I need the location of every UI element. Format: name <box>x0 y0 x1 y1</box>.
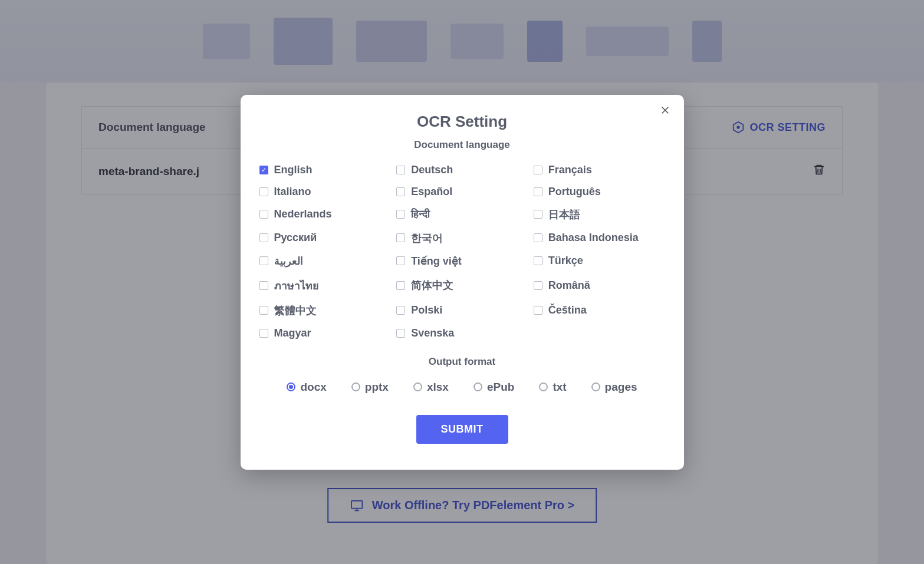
radio-icon <box>413 382 422 391</box>
output-format-option[interactable]: pages <box>591 381 637 394</box>
language-checkbox[interactable]: 繁體中文 <box>259 304 391 318</box>
language-label: Português <box>548 186 601 198</box>
language-label: Română <box>548 279 590 292</box>
checkbox-icon <box>534 210 542 219</box>
output-format-option[interactable]: xlsx <box>413 381 449 394</box>
checkbox-icon <box>259 233 268 242</box>
language-checkbox[interactable]: हिन्दी <box>396 207 528 222</box>
checkbox-icon <box>534 166 542 174</box>
language-label: Español <box>411 186 452 198</box>
format-label: ePub <box>487 381 514 394</box>
language-checkbox[interactable]: Polski <box>396 304 528 318</box>
language-label: ภาษาไทย <box>274 277 319 294</box>
language-grid: EnglishDeutschFrançaisItalianoEspañolPor… <box>257 164 667 339</box>
close-button[interactable] <box>659 104 671 116</box>
checkbox-icon <box>396 256 405 265</box>
output-section-title: Output format <box>257 356 667 368</box>
language-label: Deutsch <box>411 164 453 176</box>
checkbox-icon <box>396 210 405 219</box>
language-checkbox[interactable]: Nederlands <box>259 207 391 222</box>
modal-title: OCR Setting <box>257 113 667 131</box>
checkbox-icon <box>259 210 268 219</box>
language-section-title: Document language <box>257 139 667 151</box>
language-label: Italiano <box>274 186 311 198</box>
checkbox-icon <box>534 233 542 242</box>
radio-icon <box>591 382 600 391</box>
checkbox-icon <box>396 329 405 338</box>
output-format-option[interactable]: txt <box>539 381 566 394</box>
language-checkbox[interactable]: Magyar <box>259 327 391 339</box>
checkbox-icon <box>259 306 268 315</box>
checkbox-icon <box>259 166 268 174</box>
checkbox-icon <box>534 281 542 290</box>
language-checkbox[interactable]: Deutsch <box>396 164 528 176</box>
language-checkbox[interactable]: Română <box>534 277 665 294</box>
format-label: docx <box>300 381 326 394</box>
language-checkbox[interactable]: Tiếng việt <box>396 255 528 268</box>
format-label: xlsx <box>427 381 449 394</box>
format-label: pages <box>605 381 637 394</box>
language-label: Polski <box>411 304 442 316</box>
language-checkbox[interactable]: Français <box>534 164 665 176</box>
language-checkbox[interactable]: English <box>259 164 391 176</box>
output-format-option[interactable]: docx <box>287 381 326 394</box>
checkbox-icon <box>534 256 542 265</box>
radio-icon <box>473 382 482 391</box>
language-checkbox[interactable]: 日本語 <box>534 207 665 222</box>
language-checkbox[interactable]: Svenska <box>396 327 528 339</box>
checkbox-icon <box>259 256 268 265</box>
language-label: Bahasa Indonesia <box>548 232 639 244</box>
language-label: 简体中文 <box>411 278 453 292</box>
language-label: Čeština <box>548 304 587 316</box>
language-checkbox[interactable]: Türkçe <box>534 255 665 268</box>
language-checkbox[interactable]: ภาษาไทย <box>259 277 391 294</box>
language-label: 한국어 <box>411 231 443 245</box>
language-label: Nederlands <box>274 208 332 220</box>
radio-icon <box>351 382 360 391</box>
language-label: Русский <box>274 232 317 244</box>
language-label: हिन्दी <box>411 208 430 220</box>
close-icon <box>661 106 669 114</box>
language-label: Français <box>548 164 592 176</box>
checkbox-icon <box>534 187 542 196</box>
language-checkbox[interactable]: العربية <box>259 255 391 268</box>
language-checkbox[interactable]: Bahasa Indonesia <box>534 231 665 245</box>
language-checkbox[interactable]: Español <box>396 186 528 198</box>
language-checkbox[interactable]: 한국어 <box>396 231 528 245</box>
modal-overlay[interactable]: OCR Setting Document language EnglishDeu… <box>0 0 924 564</box>
language-label: Svenska <box>411 327 454 339</box>
checkbox-icon <box>396 281 405 290</box>
checkbox-icon <box>259 281 268 290</box>
checkbox-icon <box>259 187 268 196</box>
checkbox-icon <box>396 233 405 242</box>
checkbox-icon <box>396 166 405 174</box>
format-label: txt <box>553 381 566 394</box>
checkbox-icon <box>534 306 542 315</box>
radio-icon <box>539 382 548 391</box>
language-checkbox[interactable]: 简体中文 <box>396 277 528 294</box>
language-label: Magyar <box>274 327 311 339</box>
checkbox-icon <box>396 306 405 315</box>
format-label: pptx <box>365 381 389 394</box>
output-format-option[interactable]: ePub <box>473 381 514 394</box>
language-checkbox[interactable]: Italiano <box>259 186 391 198</box>
language-label: 繁體中文 <box>274 304 317 318</box>
ocr-setting-modal: OCR Setting Document language EnglishDeu… <box>241 95 684 470</box>
submit-button[interactable]: SUBMIT <box>416 415 508 444</box>
language-checkbox[interactable]: Português <box>534 186 665 198</box>
output-format-row: docxpptxxlsxePubtxtpages <box>257 381 667 394</box>
language-label: English <box>274 164 313 176</box>
language-checkbox[interactable]: Čeština <box>534 304 665 318</box>
language-label: Türkçe <box>548 255 583 267</box>
radio-icon <box>287 382 295 391</box>
language-checkbox[interactable]: Русский <box>259 231 391 245</box>
language-label: 日本語 <box>548 207 580 222</box>
checkbox-icon <box>259 329 268 338</box>
output-format-option[interactable]: pptx <box>351 381 389 394</box>
checkbox-icon <box>396 187 405 196</box>
language-label: العربية <box>274 255 303 268</box>
language-label: Tiếng việt <box>411 255 462 268</box>
